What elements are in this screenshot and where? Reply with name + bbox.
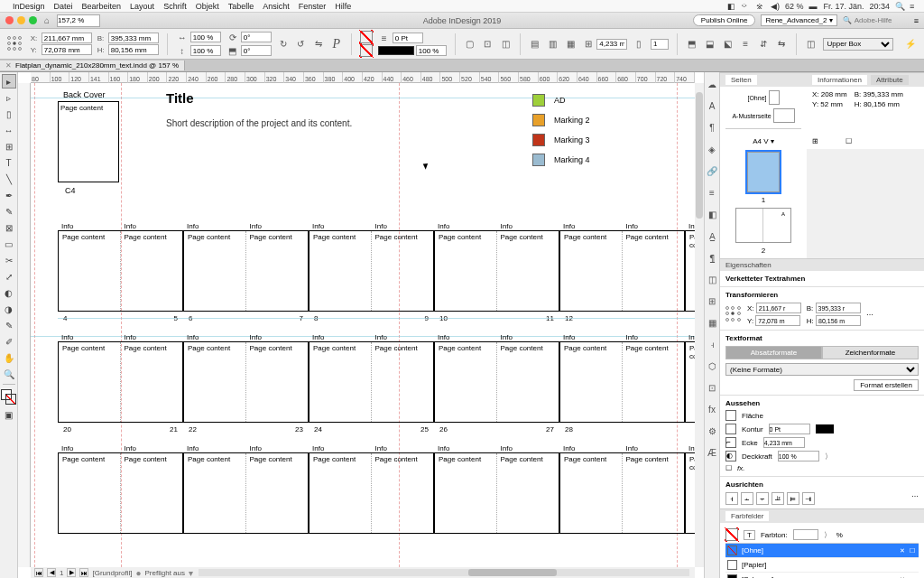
next-page-icon[interactable]: ▶ [67, 568, 76, 577]
home-icon[interactable]: ⌂ [44, 15, 50, 25]
quick-apply-icon[interactable]: ⚡ [904, 38, 917, 51]
color-panel-icon[interactable]: ◧ [706, 210, 718, 222]
pen-tool[interactable]: ✒ [2, 188, 16, 202]
menu-schrift[interactable]: Schrift [163, 2, 187, 11]
thumb-frame[interactable]: Page contentPage content [309, 230, 434, 312]
menu-icon[interactable]: ≡ [914, 16, 919, 25]
close-tab-icon[interactable]: ✕ [5, 61, 12, 70]
zeichen-tab[interactable]: Zeichenformate [822, 346, 919, 359]
note-tool[interactable]: ✎ [2, 318, 16, 332]
rotate-ccw-icon[interactable]: ↺ [294, 38, 307, 51]
trans-x[interactable] [756, 303, 801, 313]
trans-h[interactable] [816, 315, 861, 326]
valign-mid-icon[interactable]: ⬓ [704, 38, 716, 51]
cc-libraries-icon[interactable]: ☁ [706, 79, 718, 92]
valign-top-icon[interactable]: ⬒ [686, 38, 698, 51]
type-tool[interactable]: T [2, 155, 16, 170]
align-c-icon[interactable]: ⫠ [741, 492, 753, 505]
par-styles-icon[interactable]: ¶̲ [706, 253, 718, 266]
shear-input[interactable] [241, 45, 272, 56]
table-styles-icon[interactable]: ⊞ [706, 296, 718, 309]
preflight-label[interactable]: Preflight aus [145, 569, 185, 577]
format-erstellen-button[interactable]: Format erstellen [854, 379, 919, 391]
menu-layout[interactable]: Layout [130, 2, 154, 11]
fill-sw[interactable] [725, 410, 736, 421]
align-r-icon[interactable]: ⫟ [756, 492, 769, 505]
fill-swatch[interactable] [360, 31, 373, 43]
pencil-tool[interactable]: ✎ [2, 204, 16, 219]
effects-icon[interactable]: fx [706, 405, 718, 417]
opacity-sw[interactable]: ◐ [725, 451, 736, 461]
content-collector-tool[interactable]: ⊞ [2, 139, 16, 154]
thumb-frame[interactable]: Page contentPage content [559, 341, 685, 423]
scrollbar-horizontal[interactable] [199, 569, 689, 576]
profile-label[interactable]: [Grundprofil] [92, 569, 132, 577]
last-page-icon[interactable]: ⏭ [79, 568, 88, 577]
align-left-icon[interactable]: ▤ [529, 38, 541, 51]
scale-y-input[interactable] [190, 45, 221, 56]
stroke-swatch[interactable] [360, 44, 373, 57]
thumb-frame[interactable]: Page contentPage content [183, 452, 309, 534]
thumb-frame[interactable]: Page contentPage content [559, 230, 685, 312]
prev-page-icon[interactable]: ◀ [47, 568, 56, 577]
spotlight-icon[interactable]: 🔍 [895, 2, 904, 11]
thumb-frame[interactable]: Page contentPage content [58, 230, 183, 312]
cols-input[interactable] [651, 39, 669, 50]
character-icon[interactable]: A [706, 101, 718, 114]
none-icon[interactable]: ☐ [845, 137, 852, 145]
close-window-icon[interactable] [5, 16, 14, 24]
hand-tool[interactable]: ✋ [2, 350, 16, 365]
thumb-frame[interactable]: Page contentPage content [309, 452, 434, 534]
h-input[interactable] [108, 44, 159, 55]
help-search-input[interactable] [855, 16, 909, 24]
glyphs-icon[interactable]: Æ [706, 448, 718, 461]
distribute-h-icon[interactable]: ⇵ [757, 38, 770, 51]
menu-datei[interactable]: Datei [54, 2, 73, 11]
selection-tool[interactable]: ▸ [2, 74, 16, 89]
valign-bot-icon[interactable]: ⬕ [722, 38, 735, 51]
format-select[interactable]: (Keine Formate) [725, 363, 919, 376]
spread-thumb-2[interactable]: A [735, 208, 791, 243]
thumb-frame[interactable]: Page contentPage content [309, 341, 434, 423]
x-input[interactable] [42, 33, 92, 43]
paragraph-panel-icon[interactable]: ¶ [706, 123, 718, 135]
battery-icon[interactable]: ▬ [808, 2, 818, 11]
distribute-v-icon[interactable]: ⇆ [775, 38, 788, 51]
swatch-fillstroke[interactable] [725, 528, 738, 541]
reference-point-grid[interactable] [7, 36, 23, 52]
thumb-frame[interactable]: Page contentPage content [434, 341, 559, 423]
rotate-cw-icon[interactable]: ↻ [277, 38, 290, 51]
back-cover-frame[interactable]: Page content [58, 101, 119, 182]
stroke-pt-input[interactable] [393, 33, 423, 43]
links-icon[interactable]: 🔗 [706, 166, 718, 179]
thumb-frame[interactable]: Page contentPage content [58, 452, 183, 534]
swatch-row[interactable]: [Ohne]✕☐ [725, 544, 919, 558]
trans-y[interactable] [755, 315, 800, 326]
align-center-icon[interactable]: ▥ [547, 38, 559, 51]
free-transform-tool[interactable]: ⤢ [2, 269, 16, 284]
thumb-frame[interactable]: Page contentPage content [58, 341, 183, 423]
zoom-window-icon[interactable] [29, 16, 37, 24]
plus-icon[interactable]: ⊞ [812, 137, 818, 145]
swatch-row[interactable]: [Schwarz]✕■ [725, 573, 919, 578]
ecke-input[interactable] [763, 437, 805, 448]
cell-styles-icon[interactable]: ▦ [706, 318, 718, 331]
stroke-sw[interactable] [725, 424, 736, 434]
thumb-frame[interactable]: Page contentPage content [559, 452, 685, 534]
align-b-icon[interactable]: ⫣ [802, 492, 815, 505]
master-none[interactable]: [Ohne] [747, 95, 766, 101]
text-wrap-icon[interactable]: ⊡ [706, 383, 718, 396]
trans-b[interactable] [816, 303, 861, 313]
document-tab[interactable]: ✕Flatplan_dynamic_210x280mm_text.indd @ … [0, 61, 185, 70]
wrap-none-icon[interactable]: ▢ [464, 38, 476, 51]
menu-tabelle[interactable]: Tabelle [228, 2, 254, 11]
align-t-icon[interactable]: ⫡ [772, 492, 784, 505]
page-number-field[interactable]: 1 [60, 569, 63, 577]
zoom-tool[interactable]: 🔍 [2, 367, 16, 381]
rectangle-tool[interactable]: ▭ [2, 237, 16, 251]
fx-icon[interactable]: ☐ [725, 464, 732, 472]
master-a[interactable]: A-Musterseite [732, 113, 771, 119]
thumb-frame[interactable]: Page contentPage content [183, 341, 309, 423]
more-options-icon[interactable]: ⋯ [866, 311, 873, 319]
eyedropper-tool[interactable]: ✐ [2, 334, 16, 349]
